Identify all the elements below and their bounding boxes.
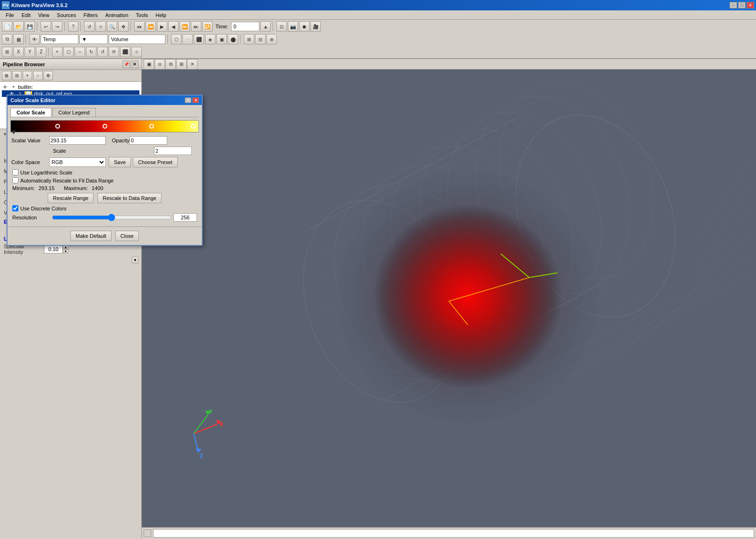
eye-toggle-builtin[interactable]: 👁 xyxy=(3,85,9,90)
view-pos[interactable]: + xyxy=(52,47,62,57)
coloring-dropdown[interactable]: ▼ xyxy=(79,35,108,44)
select-pt[interactable]: ⬤ xyxy=(228,34,238,44)
specular-intensity-input[interactable] xyxy=(44,245,63,253)
menu-tools[interactable]: Tools xyxy=(132,11,152,19)
pin-icon[interactable]: 📌 xyxy=(122,61,130,68)
opacity-input[interactable] xyxy=(129,136,167,145)
pipeline-add-btn[interactable]: + xyxy=(23,71,32,80)
help-button[interactable]: ? xyxy=(68,21,78,32)
next-frame-button[interactable]: ⏩ xyxy=(180,21,190,32)
scale-input[interactable] xyxy=(154,147,192,155)
rotate-button[interactable]: ↺ xyxy=(84,21,94,32)
dialog-close-btn[interactable]: ✕ xyxy=(192,97,199,103)
maximize-button[interactable]: □ xyxy=(738,2,746,9)
view-pick[interactable]: ⊹ xyxy=(131,47,142,57)
menu-animation[interactable]: Animation xyxy=(102,11,132,19)
gradient-handle-1[interactable] xyxy=(55,124,60,129)
close-panel-icon[interactable]: ✕ xyxy=(131,61,138,68)
left-handle-bottom[interactable] xyxy=(11,130,16,134)
time-input[interactable]: 0 xyxy=(231,22,259,31)
close-button[interactable]: ✕ xyxy=(747,2,754,9)
menu-file[interactable]: File xyxy=(2,11,18,19)
pipeline-btn[interactable]: ⧉ xyxy=(2,34,12,44)
new-button[interactable]: 📄 xyxy=(2,21,12,32)
view-roll[interactable]: ⟳ xyxy=(109,47,119,57)
menu-help[interactable]: Help xyxy=(152,11,170,19)
select-frustum[interactable]: ◈ xyxy=(205,34,215,44)
save-preset-button[interactable]: Save xyxy=(109,157,131,167)
layout-4[interactable]: ⊞ xyxy=(176,59,187,70)
view-reset[interactable]: ⊞ xyxy=(2,47,12,57)
auto-rescale-checkbox[interactable] xyxy=(12,177,18,183)
record-button[interactable]: ⏺ xyxy=(299,21,309,32)
layout-btn[interactable]: ▦ xyxy=(13,34,24,44)
choose-preset-button[interactable]: Choose Preset xyxy=(133,157,178,167)
view-z[interactable]: Z xyxy=(36,47,46,57)
pipeline-load-btn[interactable]: ⊞ xyxy=(2,71,11,80)
menu-filters[interactable]: Filters xyxy=(80,11,102,19)
menu-sources[interactable]: Sources xyxy=(53,11,79,19)
resolution-input[interactable] xyxy=(173,213,197,222)
layout-h2[interactable]: ⧈ xyxy=(155,59,165,70)
color-array-dropdown[interactable]: Volume xyxy=(109,35,165,44)
zoom-button[interactable]: 🔍 xyxy=(107,21,117,32)
save-button[interactable]: 💾 xyxy=(25,21,35,32)
screenshot-button[interactable]: 📷 xyxy=(288,21,298,32)
view-iso[interactable]: ⬡ xyxy=(63,47,74,57)
rescale-data-button[interactable]: Rescale to Data Range xyxy=(97,193,162,203)
layout-close[interactable]: ✕ xyxy=(187,59,198,70)
dialog-help-btn[interactable]: ? xyxy=(185,97,191,103)
gradient-handle-4[interactable] xyxy=(191,124,196,129)
layout-v2[interactable]: ⧉ xyxy=(165,59,176,70)
eye-btn[interactable]: 👁 xyxy=(29,34,40,44)
last-frame-button[interactable]: ⏭ xyxy=(191,21,201,32)
play-button[interactable]: ▶ xyxy=(157,21,167,32)
pipeline-builtin[interactable]: 👁 ▼ builtin: xyxy=(2,84,139,90)
toolbar-extra-2[interactable]: ⊟ xyxy=(255,34,266,44)
select-button[interactable]: ⊹ xyxy=(95,21,106,32)
select-cells[interactable]: ⬡ xyxy=(171,34,181,44)
view-dolly[interactable]: ⬛ xyxy=(120,47,130,57)
pipeline-delete-btn[interactable]: − xyxy=(33,71,43,80)
gradient-handle-2[interactable] xyxy=(103,124,107,129)
menu-view[interactable]: View xyxy=(34,11,53,19)
time-up[interactable]: ▲ xyxy=(260,21,271,32)
view-flip[interactable]: ↔ xyxy=(75,47,85,57)
camera-tool[interactable]: 🎥 xyxy=(310,21,321,32)
tab-color-legend[interactable]: Color Legend xyxy=(52,108,96,117)
view-x[interactable]: X xyxy=(13,47,24,57)
first-frame-button[interactable]: ⏮ xyxy=(134,21,145,32)
toolbar-extra-3[interactable]: ⊕ xyxy=(266,34,277,44)
title-bar-buttons[interactable]: − □ ✕ xyxy=(730,2,754,9)
rescale-range-button[interactable]: Rescale Range xyxy=(48,193,94,203)
tab-color-scale[interactable]: Color Scale xyxy=(10,108,52,117)
pan-button[interactable]: ✥ xyxy=(118,21,129,32)
prev-frame-button[interactable]: ⏪ xyxy=(146,21,156,32)
select-surface[interactable]: ⬛ xyxy=(194,34,204,44)
view-y[interactable]: Y xyxy=(25,47,35,57)
redo-button[interactable]: ↪ xyxy=(52,21,62,32)
loop-button[interactable]: 🔁 xyxy=(202,21,213,32)
specular-intensity-spinner[interactable]: ▲ ▼ xyxy=(44,245,69,253)
representation-dropdown[interactable]: Temp xyxy=(41,35,78,44)
log-scale-checkbox[interactable] xyxy=(12,169,18,175)
status-input[interactable] xyxy=(153,529,754,538)
discrete-colors-checkbox[interactable] xyxy=(12,205,18,211)
toolbar-extra-1[interactable]: ⊞ xyxy=(244,34,254,44)
undo-button[interactable]: ↩ xyxy=(41,21,51,32)
make-default-button[interactable]: Make Default xyxy=(70,231,112,241)
pipeline-settings-btn[interactable]: ⚙ xyxy=(43,71,53,80)
close-dialog-button[interactable]: Close xyxy=(115,231,139,241)
scroll-down-btn[interactable]: ▼ xyxy=(132,257,138,263)
scalar-value-input[interactable] xyxy=(49,136,106,145)
minimize-button[interactable]: − xyxy=(730,2,737,9)
play-rev-button[interactable]: ◀ xyxy=(168,21,179,32)
view-rot-ccw[interactable]: ↺ xyxy=(97,47,108,57)
pipeline-save-btn[interactable]: ⊟ xyxy=(12,71,22,80)
view-rot-cw[interactable]: ↻ xyxy=(86,47,96,57)
layout-single[interactable]: ▣ xyxy=(144,59,154,70)
open-button[interactable]: 📂 xyxy=(13,21,24,32)
color-space-select[interactable]: RGB HSV Lab Diverging xyxy=(49,157,106,167)
select-block[interactable]: ▣ xyxy=(216,34,227,44)
menu-edit[interactable]: Edit xyxy=(18,11,34,19)
